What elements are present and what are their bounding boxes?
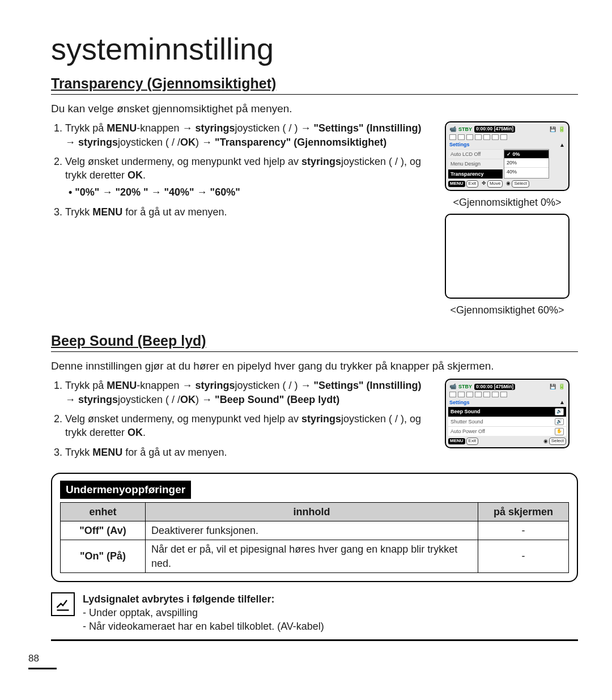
beep-heading: Beep Sound (Beep lyd)	[51, 332, 578, 351]
step-3: Trykk MENU for å gå ut av menyen.	[65, 446, 426, 459]
joystick-icon: ✥	[482, 180, 486, 186]
lcd-section-label: Settings	[449, 399, 470, 406]
popup-opt-20: 20%	[504, 158, 549, 167]
triangle-up-icon: ▲	[559, 141, 565, 149]
step-2: Velg ønsket undermeny, og menypunkt ved …	[65, 155, 426, 200]
menu-item-shuttersound: Shutter Sound🔊	[448, 417, 566, 426]
menu-item-autopoweroff: Auto Power Off✋	[448, 426, 566, 436]
exit-label: Exit	[466, 438, 478, 445]
tab-icon	[500, 134, 507, 140]
note-line-2: - Når videokameraet har en kabel tilkobl…	[83, 620, 578, 633]
triangle-up-icon: ▲	[559, 398, 565, 406]
page-number: 88	[28, 652, 578, 669]
page-title: systeminnstilling	[51, 28, 578, 70]
menu-key-icon: MENU	[448, 181, 465, 187]
table-row: "On" (På) Når det er på, vil et pipesign…	[61, 540, 569, 573]
ok-dot-icon: ◉	[543, 438, 548, 444]
tab-icon	[449, 134, 456, 140]
col-skjerm: på skjermen	[478, 502, 569, 521]
transparency-options: • "0%" → "20% " → "40%" → "60%"	[69, 185, 426, 199]
menu-item-menudesign: Menu Design	[448, 159, 503, 168]
menu-item-autolcd: Auto LCD Off	[448, 149, 503, 159]
step-1: Trykk på MENU-knappen → styringsjoystick…	[65, 379, 426, 406]
record-time: 0:00:00 [475Min]	[474, 126, 515, 132]
submenu-table: enhet innhold på skjermen "Off" (Av) Dea…	[60, 502, 569, 573]
tab-icon	[475, 134, 482, 140]
transparency-heading: Transparency (Gjennomsiktighet)	[51, 74, 578, 94]
camcorder-icon	[449, 125, 456, 133]
tab-icon	[500, 392, 507, 397]
col-innhold: innhold	[146, 502, 478, 521]
hand-icon: ✋	[555, 428, 564, 435]
popup-opt-0: 0%	[504, 150, 549, 158]
stby-label: STBY	[458, 126, 472, 133]
col-enhet: enhet	[61, 502, 146, 521]
note-line-1: - Under opptak, avspilling	[83, 606, 578, 620]
tab-icon	[483, 392, 490, 397]
lcd-preview-beep: STBY 0:00:00 [475Min] Settings ▲ Bee	[445, 379, 570, 448]
transparency-intro: Du kan velge ønsket gjennomsiktighet på …	[51, 101, 578, 116]
tab-icon	[466, 392, 473, 397]
tab-icon	[492, 134, 499, 140]
move-label: Move	[487, 180, 503, 188]
lcd-preview-blank	[445, 214, 570, 299]
transparency-steps: Trykk på MENU-knappen → styringsjoystick…	[51, 121, 426, 219]
tab-icon	[458, 134, 465, 140]
menu-item-transparency: Transparency	[448, 169, 503, 179]
menu-key-icon: MENU	[448, 438, 465, 444]
menu-item-beepsound: Beep Sound🔊	[448, 406, 566, 416]
select-label: Select	[512, 180, 529, 188]
step-2: Velg ønsket undermeny, og menypunkt ved …	[65, 412, 426, 440]
beep-steps: Trykk på MENU-knappen → styringsjoystick…	[51, 379, 426, 459]
record-time: 0:00:00 [475Min]	[474, 384, 515, 390]
sound-icon: 🔊	[555, 418, 564, 426]
submenu-box: Undermenyoppføringer enhet innhold på sk…	[51, 473, 578, 582]
beep-intro: Denne innstillingen gjør at du hører en …	[51, 359, 578, 374]
sound-icon: 🔊	[555, 408, 564, 415]
select-label: Select	[549, 438, 566, 445]
heading-rule	[51, 94, 578, 95]
lcd-preview-transparency: STBY 0:00:00 [475Min] Settings ▲	[445, 121, 570, 190]
transparency-popup: 0% 20% 40%	[504, 149, 549, 178]
heading-rule	[51, 351, 578, 352]
submenu-title: Undermenyoppføringer	[60, 481, 191, 499]
tab-icon	[483, 134, 490, 140]
tab-icon	[458, 392, 465, 397]
lcd-caption-60pct: <Gjennomsiktighet 60%>	[450, 303, 564, 317]
tab-icon	[492, 392, 499, 397]
tab-icon	[475, 392, 482, 397]
popup-opt-40: 40%	[504, 167, 549, 176]
stby-label: STBY	[458, 383, 472, 390]
step-3: Trykk MENU for å gå ut av menyen.	[65, 205, 426, 219]
camcorder-icon	[449, 383, 456, 391]
exit-label: Exit	[466, 180, 478, 188]
note-icon	[51, 592, 75, 616]
note-head: Lydsignalet avbrytes i følgende tilfelle…	[83, 592, 578, 606]
battery-icon	[558, 383, 565, 391]
tab-icon	[466, 134, 473, 140]
step-1: Trykk på MENU-knappen → styringsjoystick…	[65, 121, 426, 149]
tab-icon	[449, 392, 456, 397]
table-row: "Off" (Av) Deaktiverer funksjonen. -	[61, 521, 569, 540]
lcd-caption-0pct: <Gjennomsiktighet 0%>	[453, 196, 561, 209]
card-icon	[550, 126, 556, 133]
lcd-section-label: Settings	[449, 141, 470, 148]
ok-dot-icon: ◉	[506, 180, 511, 186]
battery-icon	[558, 125, 565, 133]
card-icon	[550, 383, 556, 390]
note-block: Lydsignalet avbrytes i følgende tilfelle…	[51, 592, 578, 641]
